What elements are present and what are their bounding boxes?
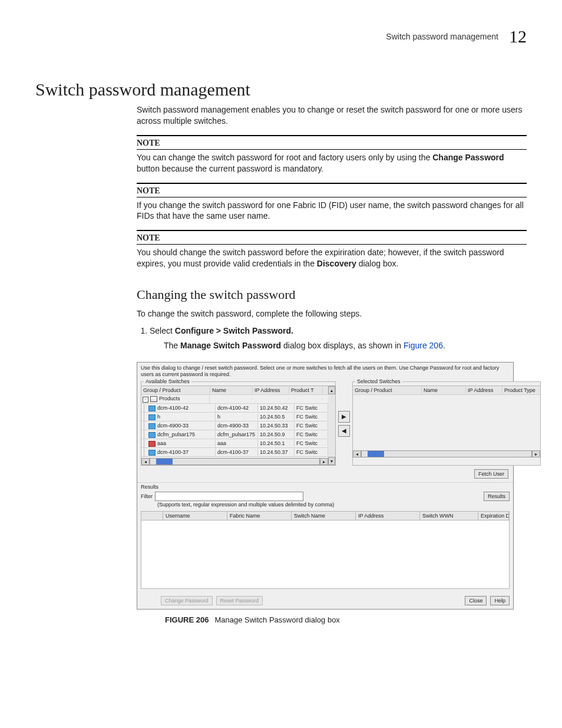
row-ip: 10.24.50.5 [258, 413, 295, 420]
results-table-header: Username Fabric Name Switch Name IP Addr… [141, 512, 509, 521]
col-username[interactable]: Username [163, 512, 227, 520]
scroll-up-icon[interactable]: ▴ [328, 386, 335, 394]
results-title: Results [141, 484, 510, 490]
remove-from-selected-button[interactable]: ◀ [338, 425, 350, 437]
note-text: You can change the switch password for r… [137, 152, 527, 174]
col-ip[interactable]: IP Address [253, 387, 289, 394]
note-text-pre: You can change the switch password for r… [137, 153, 432, 162]
section-subtitle: Changing the switch password [137, 287, 527, 302]
col-name[interactable]: Name [210, 387, 253, 394]
available-vscrollbar[interactable]: ▴ ▾ [328, 386, 335, 465]
col-product-type[interactable]: Product T [289, 387, 323, 394]
table-row[interactable]: dcm-4100-37 dcm-4100-37 10.24.50.37 FC S… [141, 448, 328, 457]
col-switch-name[interactable]: Switch Name [292, 512, 356, 520]
header-section: Switch password management [386, 32, 498, 41]
row-type: FC Switc [295, 404, 328, 411]
col-ip-address[interactable]: IP Address [356, 512, 420, 520]
col-switch-wwn[interactable]: Switch WWN [420, 512, 478, 520]
col-ip[interactable]: IP Address [466, 387, 503, 394]
row-label: dcm-4100-42 [157, 405, 189, 411]
change-password-button[interactable]: Change Password [161, 596, 213, 605]
table-row[interactable]: aaa aaa 10.24.50.1 FC Switc [141, 439, 328, 448]
table-row[interactable]: h h 10.24.50.5 FC Switc [141, 413, 328, 421]
running-header: Switch password management 12 [386, 27, 527, 47]
row-name: dcm-4100-42 [216, 404, 258, 411]
col-fabric-name[interactable]: Fabric Name [227, 512, 292, 520]
col-name[interactable]: Name [422, 387, 466, 394]
scroll-track[interactable] [361, 450, 532, 457]
row-label: aaa [157, 440, 166, 446]
row-type: FC Switc [295, 449, 328, 456]
tree-root-products[interactable]: -Products [141, 395, 210, 403]
figure-reference-link[interactable]: Figure 206 [404, 341, 443, 350]
selected-grid-header: Group / Product Name IP Address Product … [353, 386, 540, 395]
scroll-thumb[interactable] [368, 451, 384, 457]
available-switches-title: Available Switches [144, 378, 191, 384]
table-row[interactable]: dcm-4100-42 dcm-4100-42 10.24.50.42 FC S… [141, 404, 328, 413]
dialog-description: Use this dialog to change / reset switch… [137, 363, 513, 378]
col-group-product[interactable]: Group / Product [353, 387, 422, 394]
col-group-product[interactable]: Group / Product [141, 387, 210, 394]
available-hscrollbar[interactable]: ◂ ▸ [141, 458, 328, 465]
transfer-buttons: ▶ ◀ [338, 381, 350, 466]
col-expiration-date[interactable]: Expiration Date [478, 512, 509, 520]
results-filter-button[interactable]: Results [484, 492, 510, 501]
fetch-user-button[interactable]: Fetch User [474, 469, 508, 479]
selected-hscrollbar[interactable]: ◂ ▸ [353, 450, 540, 457]
figure-number: FIGURE 206 [165, 615, 209, 624]
row-label: h [157, 414, 160, 420]
scroll-right-icon[interactable]: ▸ [532, 450, 540, 457]
scroll-down-icon[interactable]: ▾ [328, 457, 335, 465]
row-ip: 10.24.50.33 [258, 422, 295, 429]
step-text-bold: Configure > Switch Password. [175, 326, 293, 335]
filter-input[interactable] [155, 492, 303, 501]
note-text: You should change the switch password be… [137, 247, 527, 269]
col-product-type[interactable]: Product Type [503, 387, 540, 394]
switch-icon [148, 423, 156, 429]
scroll-track[interactable] [150, 458, 320, 465]
row-label: dcfm_pulsar175 [157, 431, 195, 437]
selected-grid-body-empty [353, 395, 540, 449]
results-section: Results Filter Results (Supports text, r… [137, 482, 513, 592]
help-button[interactable]: Help [490, 596, 510, 605]
figure-caption: FIGURE 206 Manage Switch Password dialog… [165, 615, 514, 624]
selected-switches-title: Selected Switches [355, 378, 402, 384]
col-checkbox[interactable] [141, 512, 163, 520]
reset-password-button[interactable]: Reset Password [216, 596, 263, 605]
row-name: dcfm_pulsar175 [216, 431, 258, 438]
note-block-3: NOTE You should change the switch passwo… [137, 230, 527, 269]
row-label: dcm-4100-37 [157, 449, 189, 455]
table-row[interactable]: dcm-4900-33 dcm-4900-33 10.24.50.33 FC S… [141, 421, 328, 430]
available-switches-panel: Available Switches Group / Product Name … [141, 381, 336, 466]
manage-switch-password-dialog: Use this dialog to change / reset switch… [137, 362, 514, 610]
scroll-thumb[interactable] [156, 459, 173, 465]
note-text-post: dialog box. [356, 259, 399, 268]
steps-list: Select Configure > Switch Password. The … [137, 325, 527, 351]
row-name: dcm-4900-33 [216, 422, 258, 429]
add-to-selected-button[interactable]: ▶ [338, 411, 350, 423]
note-block-2: NOTE If you change the switch password f… [137, 183, 527, 222]
figure-caption-text: Manage Switch Password dialog box [214, 615, 339, 624]
row-ip: 10.24.50.42 [258, 404, 295, 411]
globe-icon [150, 396, 157, 402]
scroll-left-icon[interactable]: ◂ [353, 450, 361, 457]
close-button[interactable]: Close [465, 596, 487, 605]
row-name: h [216, 413, 258, 420]
page-title: Switch password management [35, 80, 527, 100]
row-label: dcm-4900-33 [157, 423, 189, 429]
switch-icon [148, 414, 156, 420]
note-text-post: button because the current password is m… [137, 164, 323, 173]
collapse-icon[interactable]: - [143, 397, 148, 403]
row-name: aaa [216, 440, 258, 447]
row-label: Products [159, 396, 180, 401]
scroll-left-icon[interactable]: ◂ [141, 458, 150, 465]
step-1-sub: The Manage Switch Password dialog box di… [164, 340, 527, 351]
scroll-right-icon[interactable]: ▸ [320, 458, 328, 465]
row-ip [252, 398, 289, 400]
step-text-pre: Select [150, 326, 175, 335]
filter-label: Filter [141, 493, 153, 499]
table-row[interactable]: -Products [141, 395, 328, 404]
dialog-footer: Change Password Reset Password Close Hel… [137, 592, 513, 609]
table-row[interactable]: dcfm_pulsar175 dcfm_pulsar175 10.24.50.9… [141, 430, 328, 439]
switch-icon [148, 450, 156, 456]
